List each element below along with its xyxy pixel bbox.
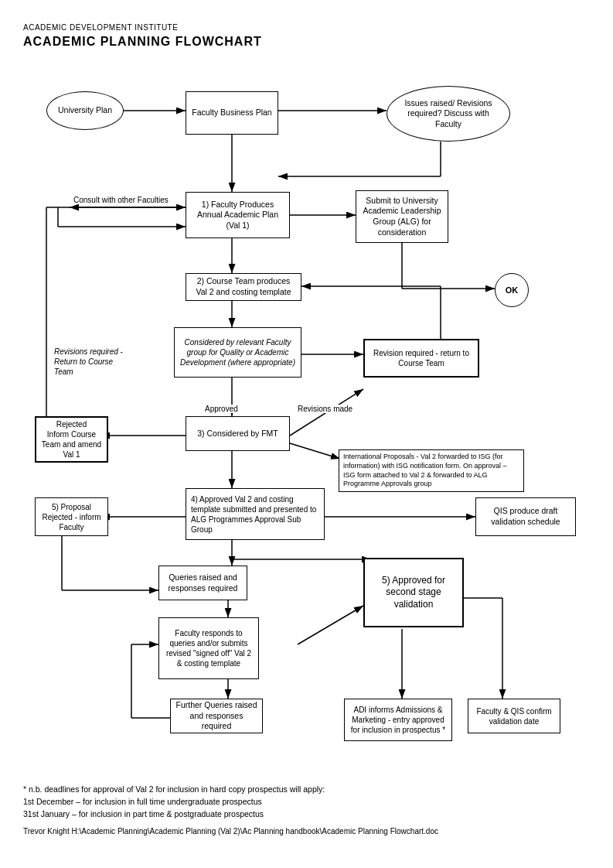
further-queries-box: Further Queries raised and responses req…	[170, 699, 263, 733]
footer-note1: * n.b. deadlines for approval of Val 2 f…	[23, 784, 590, 796]
svg-line-26	[290, 443, 340, 459]
footer-note2: 1st December – for inclusion in full tim…	[23, 796, 590, 808]
faculty-qis-box: Faculty & QIS confirm validation date	[468, 699, 560, 733]
adi-informs-box: ADI informs Admissions & Marketing - ent…	[344, 699, 452, 741]
considered-fmt-box: 3) Considered by FMT	[186, 416, 290, 451]
institute-label: ACADEMIC DEVELOPMENT INSTITUTE	[23, 23, 590, 32]
course-team-val2-box: 2) Course Team produces Val 2 and costin…	[186, 273, 301, 301]
revisions-required-label: Revisions required - Return to Course Te…	[54, 347, 124, 377]
svg-line-36	[298, 606, 363, 644]
faculty-responds-box: Faculty responds to queries and/or submi…	[158, 617, 259, 679]
footer-note3: 31st January – for inclusion in part tim…	[23, 808, 590, 821]
qis-draft-box: QIS produce draft validation schedule	[475, 497, 576, 536]
queries-raised-box: Queries raised and responses required	[158, 566, 247, 600]
submit-alg-box: Submit to University Academic Leadership…	[356, 190, 448, 243]
footer-path: Trevor Knight H:\Academic Planning\Acade…	[23, 826, 590, 837]
university-plan-box: University Plan	[46, 91, 124, 130]
approved-val2-box: 4) Approved Val 2 and costing template s…	[186, 488, 325, 540]
approved-label: Approved	[205, 405, 238, 413]
international-proposals-box: International Proposals - Val 2 forwarde…	[339, 449, 524, 492]
issues-raised-box: Issues raised/ Revisions required? Discu…	[387, 86, 510, 142]
consult-label: Consult with other Faculties	[73, 196, 169, 204]
faculty-business-plan-box: Faculty Business Plan	[186, 91, 278, 135]
revision-return-course-box: Revision required - return to Course Tea…	[363, 339, 479, 378]
proposal-rejected-box: 5) Proposal Rejected - inform Faculty	[35, 497, 108, 536]
footer-notes: * n.b. deadlines for approval of Val 2 f…	[23, 784, 590, 820]
revisions-made-label: Revisions made	[298, 405, 352, 413]
ok-circle: OK	[495, 273, 529, 307]
considered-faculty-box: Considered by relevant Faculty group for…	[174, 327, 301, 378]
rejected-box: Rejected Inform Course Team and amend Va…	[35, 416, 108, 463]
flowchart-area: University Plan Faculty Business Plan Is…	[23, 64, 590, 776]
page-title: ACADEMIC PLANNING FLOWCHART	[23, 35, 590, 49]
approved-second-box: 5) Approved for second stage validation	[363, 558, 464, 627]
faculty-produces-box: 1) Faculty Produces Annual Academic Plan…	[186, 192, 290, 238]
